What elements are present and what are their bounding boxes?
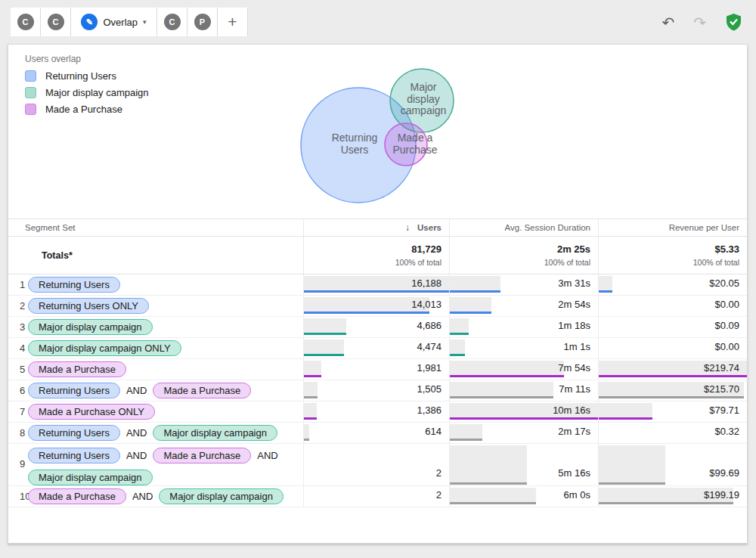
duration-value: 6m 0s: [564, 486, 590, 504]
totals-row: Totals* 81,729 100% of total 2m 25s 100%…: [8, 237, 747, 274]
legend: Returning Users Major display campaign M…: [25, 67, 149, 117]
segment-chip[interactable]: Major display campaign: [153, 425, 277, 441]
tab-overlap-active[interactable]: ✎ Overlap ▾: [71, 8, 157, 36]
tab-1-avatar: C: [17, 14, 34, 30]
users-value: 614: [425, 423, 442, 440]
segment-chip[interactable]: Made a Purchase: [28, 361, 126, 377]
revenue-value: $0.09: [714, 317, 739, 334]
users-bar-line: [304, 396, 318, 398]
tab-5[interactable]: P: [187, 8, 218, 36]
totals-users: 81,729 100% of total: [303, 237, 449, 274]
users-value: 1,981: [417, 359, 442, 377]
users-cell: 1,505: [303, 380, 449, 401]
table-row: 10 Made a PurchaseANDMajor display campa…: [8, 486, 747, 507]
header-revenue-per-user[interactable]: Revenue per User: [598, 219, 747, 236]
segment-chip[interactable]: Major display campaign: [28, 319, 153, 335]
row-number: 5: [8, 364, 28, 375]
revenue-value: $199.19: [704, 486, 739, 504]
users-cell: 2: [303, 444, 449, 487]
duration-bar: [450, 318, 469, 333]
tab-5-avatar: P: [194, 14, 211, 30]
row-number: 9: [8, 458, 28, 470]
revenue-value: $79.71: [709, 401, 739, 419]
segment-chip[interactable]: Major display campaign ONLY: [28, 340, 181, 356]
header-users[interactable]: ↓ Users: [303, 219, 449, 236]
revenue-bar-line: [599, 482, 665, 485]
duration-value: 1m 1s: [564, 338, 590, 355]
header-segment-set[interactable]: Segment Set: [8, 219, 303, 236]
tab-bar: C C ✎ Overlap ▾ C P +: [11, 8, 248, 36]
row-number: 7: [8, 406, 28, 417]
table-row: 7 Made a Purchase ONLY 1,386 10m 16s $79…: [8, 401, 747, 423]
duration-bar: [450, 297, 491, 312]
segment-chip[interactable]: Returning Users: [28, 448, 120, 463]
tab-2-avatar: C: [48, 14, 64, 30]
undo-icon[interactable]: ↶: [662, 15, 674, 30]
revenue-cell: $20.05: [598, 274, 747, 295]
segment-chip[interactable]: Major display campaign: [28, 470, 153, 485]
duration-value: 10m 16s: [553, 401, 590, 419]
tab-4-avatar: C: [164, 14, 181, 30]
duration-bar: [450, 339, 465, 354]
users-cell: 614: [303, 423, 449, 443]
totals-duration: 2m 25s 100% of total: [449, 237, 598, 274]
duration-bar: [450, 361, 564, 375]
table-header-row: Segment Set ↓ Users Avg. Session Duratio…: [8, 219, 747, 237]
table-row: 4 Major display campaign ONLY 4,474 1m 1…: [8, 338, 747, 359]
duration-cell: 6m 0s: [449, 486, 598, 507]
duration-cell: 10m 16s: [449, 401, 598, 422]
segment-chip[interactable]: Returning Users: [28, 425, 120, 441]
segment-chip[interactable]: Returning Users ONLY: [28, 298, 149, 314]
users-bar: [304, 339, 344, 354]
row-number: 3: [8, 321, 28, 333]
totals-users-value: 81,729: [411, 243, 442, 255]
segment-chip[interactable]: Returning Users: [28, 383, 120, 398]
duration-bar-line: [450, 312, 491, 314]
chevron-down-icon[interactable]: ▾: [143, 18, 147, 26]
duration-bar-line: [450, 375, 564, 377]
users-value: 4,474: [417, 338, 442, 355]
tab-4[interactable]: C: [157, 8, 187, 36]
duration-cell: 2m 17s: [449, 423, 598, 443]
and-operator: AND: [132, 491, 153, 502]
users-bar: [304, 382, 318, 396]
revenue-value: $219.74: [704, 359, 739, 377]
and-operator: AND: [126, 427, 147, 439]
segment-chip[interactable]: Made a Purchase: [153, 383, 251, 398]
tab-2[interactable]: C: [41, 8, 71, 36]
segment-chip[interactable]: Made a Purchase: [153, 448, 251, 463]
totals-duration-pct: 100% of total: [544, 258, 590, 267]
duration-bar: [450, 445, 527, 482]
segment-chip[interactable]: Made a Purchase: [28, 488, 126, 504]
header-avg-session-duration[interactable]: Avg. Session Duration: [449, 219, 598, 236]
segment-chip[interactable]: Major display campaign: [159, 488, 284, 504]
revenue-cell: $219.74: [598, 359, 747, 380]
row-number: 10: [8, 491, 28, 502]
redo-icon[interactable]: ↷: [693, 15, 706, 30]
users-cell: 14,013: [303, 296, 449, 316]
users-value: 14,013: [411, 296, 442, 313]
revenue-cell: $0.00: [598, 296, 747, 316]
users-bar: [304, 318, 346, 333]
panel-title: Users overlap: [25, 54, 81, 64]
venn-diagram[interactable]: Returning Users Major display campaign M…: [285, 58, 504, 221]
toolbar-right: ↶ ↷: [662, 13, 742, 32]
duration-cell: 1m 1s: [449, 338, 598, 358]
users-bar-line: [304, 375, 321, 377]
totals-duration-value: 2m 25s: [557, 243, 590, 255]
revenue-cell: $79.71: [598, 401, 747, 422]
totals-label: Totals*: [8, 237, 303, 274]
new-tab-button[interactable]: +: [218, 8, 248, 36]
revenue-value: $99.69: [709, 444, 739, 484]
status-ok-shield-icon: [725, 13, 742, 32]
segment-chip[interactable]: Returning Users: [28, 277, 120, 293]
tab-1[interactable]: C: [11, 8, 41, 36]
revenue-value: $0.00: [714, 338, 739, 355]
revenue-cell: $199.19: [598, 486, 747, 507]
users-value: 16,188: [411, 274, 442, 292]
segment-table: Segment Set ↓ Users Avg. Session Duratio…: [8, 219, 747, 507]
users-bar: [304, 424, 309, 439]
segment-chip[interactable]: Made a Purchase ONLY: [28, 404, 155, 420]
users-value: 2: [436, 486, 442, 504]
venn-label-major-display-campaign: Major display campaign: [377, 82, 469, 117]
